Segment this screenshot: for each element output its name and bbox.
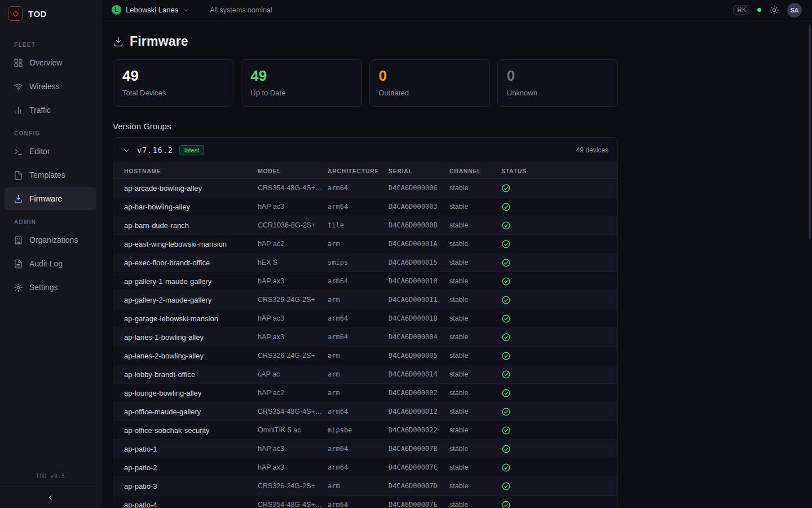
stats-row: 49 Total Devices 49 Up to Date 0 Outdate… [113,59,618,107]
cell-channel: stable [449,291,501,309]
stat-label: Outdated [379,89,480,97]
version-group-header[interactable]: v7.16.2 latest 49 devices [113,138,617,163]
stat-label: Total Devices [122,89,224,97]
status-ok-icon [501,277,511,286]
user-avatar[interactable]: SA [787,3,802,17]
stat-value: 49 [122,68,224,84]
cell-serial: D4CA6D00001B [389,309,449,328]
device-row[interactable]: ap-lobby-brandt-office cAP ac arm D4CA6D… [113,365,617,384]
cell-model: hAP ac2 [258,384,328,402]
cell-model: CRS326-24G-2S+ [258,347,328,365]
download-icon [113,36,124,47]
cell-channel: stable [449,198,501,216]
org-selector[interactable]: L Lebowski Lanes [112,5,189,15]
cell-model: hAP ac3 [258,440,328,458]
org-avatar: L [112,5,121,15]
version-groups-title: Version Groups [113,121,618,131]
chevron-down-icon [183,7,189,14]
status-ok-icon [501,202,511,212]
device-row[interactable]: ap-patio-4 CRS354-48G-4S+… arm64 D4CA6D0… [113,496,617,508]
cell-architecture: arm64 [328,179,389,198]
cell-channel: stable [449,328,501,347]
sidebar: TOD FLEET Overview Wireless Traffic CONF… [0,0,102,508]
stat-value: 0 [507,68,608,84]
grid-icon [14,58,23,68]
device-row[interactable]: ap-bar-bowling-alley hAP ac3 arm64 D4CA6… [113,198,617,216]
device-row[interactable]: ap-gallery-1-maude-gallery hAP ax3 arm64… [113,272,617,291]
cell-serial: D4CA6D000005 [389,347,449,365]
device-row[interactable]: ap-patio-3 CRS326-24G-2S+ arm D4CA6D0000… [113,477,617,496]
cell-hostname: ap-arcade-bowling-alley [113,179,258,198]
cell-channel: stable [449,421,501,440]
cell-channel: stable [449,402,501,421]
cell-model: hAP ac3 [258,198,328,216]
cell-serial: D4CA6D000004 [389,328,449,347]
cell-serial: D4CA6D000002 [389,384,449,402]
top-bar: L Lebowski Lanes All systems nominal ⌘K … [102,0,812,20]
device-row[interactable]: ap-lanes-1-bowling-alley hAP ax3 arm64 D… [113,328,617,347]
device-row[interactable]: ap-lanes-2-bowling-alley CRS326-24G-2S+ … [113,347,617,365]
sidebar-item-settings[interactable]: Settings [5,276,96,299]
version-group-panel: v7.16.2 latest 49 devices Hostname Model… [113,137,618,508]
system-status-text: All systems nominal [210,6,272,14]
cell-hostname: ap-exec-floor-brandt-office [113,253,258,272]
col-channel: Channel [449,163,501,179]
status-ok-icon [501,444,511,454]
device-row[interactable]: ap-office-sobchak-security OmniTIK 5 ac … [113,421,617,440]
stat-value: 0 [379,68,480,84]
cell-model: OmniTIK 5 ac [258,421,328,440]
device-row[interactable]: ap-exec-floor-brandt-office hEX S smips … [113,253,617,272]
sidebar-item-label: Editor [29,147,50,156]
device-row[interactable]: ap-gallery-2-maude-gallery CRS326-24G-2S… [113,291,617,309]
file-icon [14,170,23,180]
device-row[interactable]: ap-patio-2 hAP ax3 arm64 D4CA6D00007C st… [113,458,617,477]
sidebar-item-templates[interactable]: Templates [5,164,96,186]
nav-section-admin: ADMIN [14,219,101,225]
health-dot [757,8,761,12]
cell-channel: stable [449,347,501,365]
cell-hostname: ap-patio-4 [113,496,258,508]
device-row[interactable]: ap-office-maude-gallery CRS354-48G-4S+… … [113,402,617,421]
page-scrollbar[interactable] [809,25,811,239]
sidebar-item-overview[interactable]: Overview [5,51,96,74]
cell-architecture: arm [328,384,389,402]
cell-serial: D4CA6D00007E [389,496,449,508]
sidebar-nav: FLEET Overview Wireless Traffic CONFIG E… [0,27,101,473]
cell-model: hAP ac2 [258,235,328,253]
device-row[interactable]: ap-garage-lebowski-mansion hAP ac3 arm64… [113,309,617,328]
collapse-chevron-icon[interactable] [122,146,131,155]
device-row[interactable]: ap-barn-dude-ranch CCR1036-8G-2S+ tile D… [113,216,617,235]
cell-hostname: ap-gallery-1-maude-gallery [113,272,258,291]
chevron-left-icon [46,493,55,502]
cell-architecture: arm64 [328,198,389,216]
cell-serial: D4CA6D00007C [389,458,449,477]
cell-model: CCR1036-8G-2S+ [258,216,328,235]
wifi-icon [14,82,23,91]
cell-architecture: smips [328,253,389,272]
cell-architecture: arm [328,477,389,496]
sidebar-item-organizations[interactable]: Organizations [5,229,96,251]
device-row[interactable]: ap-east-wing-lebowski-mansion hAP ac2 ar… [113,235,617,253]
device-row[interactable]: ap-lounge-bowling-alley hAP ac2 arm D4CA… [113,384,617,402]
sidebar-item-audit-log[interactable]: Audit Log [5,252,96,275]
cell-serial: D4CA6D00007B [389,440,449,458]
device-row[interactable]: ap-arcade-bowling-alley CRS354-48G-4S+… … [113,179,617,198]
cell-model: CRS354-48G-4S+… [258,179,328,198]
cell-channel: stable [449,272,501,291]
sidebar-item-editor[interactable]: Editor [5,140,96,163]
app-name: TOD [28,9,47,19]
sidebar-collapse-button[interactable] [0,487,101,508]
theme-toggle-button[interactable] [769,5,779,15]
sidebar-item-wireless[interactable]: Wireless [5,75,96,98]
sidebar-item-label: Settings [29,283,58,292]
cell-hostname: ap-lobby-brandt-office [113,365,258,384]
cell-architecture: arm [328,291,389,309]
sidebar-item-traffic[interactable]: Traffic [5,99,96,121]
device-table-header-row: Hostname Model Architecture Serial Chann… [113,163,617,179]
cell-channel: stable [449,216,501,235]
device-row[interactable]: ap-patio-1 hAP ac3 arm64 D4CA6D00007B st… [113,440,617,458]
cell-channel: stable [449,253,501,272]
command-palette-shortcut[interactable]: ⌘K [733,5,749,15]
cell-serial: D4CA6D000003 [389,198,449,216]
sidebar-item-firmware[interactable]: Firmware [5,187,96,210]
